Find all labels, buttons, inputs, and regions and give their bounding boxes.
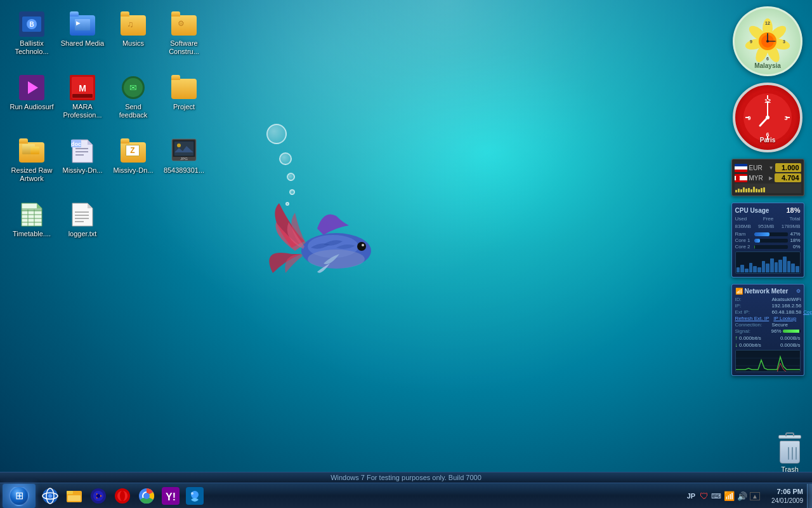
icon-project[interactable]: Project <box>159 70 209 133</box>
cpu-graph <box>735 251 801 274</box>
currency-chart <box>735 184 801 193</box>
icon-project-label: Project <box>173 103 195 111</box>
net-ip-label: IP: <box>735 303 770 309</box>
myr-flag <box>735 174 747 182</box>
svg-point-93 <box>191 491 199 498</box>
svg-text:Y!: Y! <box>166 491 176 502</box>
show-desktop-button[interactable] <box>807 484 812 508</box>
malaysia-clock[interactable]: 12 3 6 9 Malaysia <box>733 6 802 76</box>
eur-code: EUR <box>749 164 767 171</box>
svg-text:12: 12 <box>765 21 770 25</box>
taskbar-opera[interactable] <box>111 485 134 507</box>
net-title-container: 📶 Network Meter <box>735 288 789 295</box>
desktop-icons: B Ballistix Technolo... ▶ Shared Media ♫… <box>0 0 254 476</box>
up-arrow: ↑ <box>735 335 738 341</box>
icon-timetable[interactable]: Timetable.... <box>6 197 57 260</box>
net-settings-icon[interactable]: ⚙ <box>796 288 801 294</box>
svg-point-83 <box>96 494 100 498</box>
core1-val: 18% <box>789 237 801 243</box>
icon-854389301[interactable]: JPG 854389301... <box>159 133 209 197</box>
icon-musics-label: Musics <box>122 39 144 48</box>
bubble <box>287 173 295 181</box>
tray-time: 7:06 PM <box>766 487 803 496</box>
ram-bar-fill <box>754 232 770 236</box>
icon-missivy-dn1-label: Missivy-Dn... <box>63 166 103 175</box>
start-orb: ⊞ <box>9 486 29 506</box>
win7-notification-text: Windows 7 For testing purposes only. Bui… <box>331 474 481 481</box>
ram-val: 47% <box>789 231 801 237</box>
net-id-value: AkatsukiWiFi <box>772 297 801 302</box>
svg-text:3: 3 <box>783 39 785 44</box>
icon-send-feedback[interactable]: ✉ Send feedback <box>108 70 159 133</box>
core2-bar-fill <box>754 245 755 249</box>
icon-mara[interactable]: M MARA Profession... <box>57 70 108 133</box>
icon-shared-media[interactable]: ▶ Shared Media <box>57 6 108 70</box>
svg-text:JPG: JPG <box>180 157 188 161</box>
svg-point-27 <box>177 144 181 147</box>
svg-text:B: B <box>29 21 34 28</box>
net-down1: 0.000bit/s <box>739 342 779 348</box>
tray-clock[interactable]: 7:06 PM 24/01/2009 <box>763 486 807 505</box>
icon-ballistix[interactable]: B Ballistix Technolo... <box>6 6 57 70</box>
icon-logger[interactable]: logger.txt <box>57 197 108 260</box>
taskbar-live-messenger[interactable] <box>183 485 206 507</box>
eur-value: 1.000 <box>775 163 801 172</box>
net-copy-link[interactable]: Copy <box>803 309 812 315</box>
network-widget[interactable]: 📶 Network Meter ⚙ ID: AkatsukiWiFi IP: 1… <box>731 284 804 376</box>
tray-network[interactable]: 📶 <box>724 491 735 501</box>
win7-notification: Windows 7 For testing purposes only. Bui… <box>0 472 812 483</box>
start-button[interactable]: ⊞ <box>3 484 36 508</box>
cpu-widget[interactable]: CPU Usage 18% Used Free Total 836MB 953M… <box>731 203 804 277</box>
svg-point-69 <box>766 116 769 119</box>
svg-point-86 <box>120 491 125 501</box>
eur-flag <box>735 164 747 172</box>
icon-software-construc[interactable]: ⚙ Software Constru... <box>159 6 209 70</box>
bubble <box>266 124 287 144</box>
icon-run-audiosurf[interactable]: Run Audiosurf <box>6 70 57 133</box>
svg-text:9: 9 <box>747 115 750 121</box>
tray-volume[interactable]: 🔊 <box>737 491 747 501</box>
taskbar-yahoo[interactable]: Y! <box>159 485 182 507</box>
net-title: Network Meter <box>745 288 789 295</box>
icon-resized-raw[interactable]: Resized Raw Artwork <box>6 133 57 197</box>
svg-point-2 <box>308 250 365 269</box>
net-ip-value: 192.168.2.56 <box>772 303 802 309</box>
paris-clock-label: Paris <box>760 137 775 144</box>
svg-text:doc: doc <box>71 141 81 147</box>
icon-musics[interactable]: ♫ Musics <box>108 6 159 70</box>
windows-logo: ⊞ <box>15 490 23 502</box>
net-id-label: ID: <box>735 297 770 302</box>
svg-text:✉: ✉ <box>129 83 137 93</box>
net-refresh-ext[interactable]: Refresh Ext. IP <box>735 316 769 321</box>
svg-rect-78 <box>67 491 73 494</box>
core1-bar-fill <box>754 239 761 243</box>
tray-language[interactable]: JP <box>685 491 697 501</box>
paris-clock[interactable]: 12 3 6 9 Paris <box>733 83 802 152</box>
net-up1: 0.000bit/s <box>739 335 779 341</box>
icon-missivy-dn2[interactable]: Z Missivy-Dn... <box>108 133 159 197</box>
svg-point-94 <box>191 492 193 495</box>
icon-mara-label: MARA Profession... <box>60 103 105 119</box>
svg-rect-26 <box>174 142 193 156</box>
net-extip-label: Ext IP: <box>735 309 770 315</box>
tray-security[interactable]: 🛡 <box>700 491 709 501</box>
icon-timetable-label: Timetable.... <box>13 230 51 238</box>
myr-value: 4.704 <box>775 173 801 182</box>
trash-graphic <box>777 435 802 464</box>
malaysia-clock-label: Malaysia <box>754 62 781 69</box>
taskbar-ie[interactable] <box>39 485 62 507</box>
icon-missivy-dn1[interactable]: doc Missivy-Dn... <box>57 133 108 197</box>
net-signal-value: 96% <box>771 328 782 334</box>
core2-val: 0% <box>789 244 801 250</box>
cpu-total-label: Total <box>790 216 801 222</box>
tray-show-hidden[interactable]: ▲ <box>750 492 760 500</box>
taskbar-explorer[interactable] <box>63 485 86 507</box>
taskbar-media-player[interactable] <box>87 485 110 507</box>
tray-keyboard[interactable]: ⌨ <box>711 492 721 500</box>
taskbar-chrome[interactable] <box>135 485 158 507</box>
currency-widget[interactable]: EUR ▼ 1.000 MYR ▶ 4.704 <box>731 159 804 196</box>
icon-ballistix-label: Ballistix Technolo... <box>9 39 55 56</box>
trash-icon[interactable]: Trash <box>777 435 802 473</box>
core2-label: Core 2 <box>735 244 753 250</box>
net-ip-lookup[interactable]: IP Lookup <box>773 316 796 321</box>
